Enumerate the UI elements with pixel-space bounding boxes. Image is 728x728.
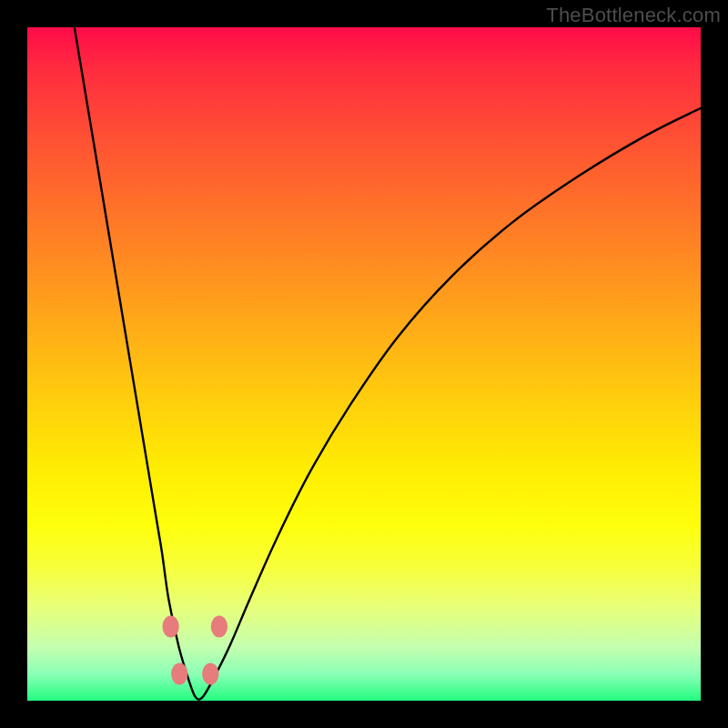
bottleneck-curve-path (75, 27, 701, 700)
watermark-text: TheBottleneck.com (546, 4, 721, 27)
curve-marker (211, 616, 228, 638)
chart-frame: TheBottleneck.com (0, 0, 728, 728)
curve-svg (27, 27, 701, 701)
curve-marker (162, 616, 178, 638)
plot-area (27, 27, 701, 701)
curve-marker (202, 662, 218, 684)
curve-marker (171, 662, 187, 684)
curve-markers (162, 616, 228, 685)
